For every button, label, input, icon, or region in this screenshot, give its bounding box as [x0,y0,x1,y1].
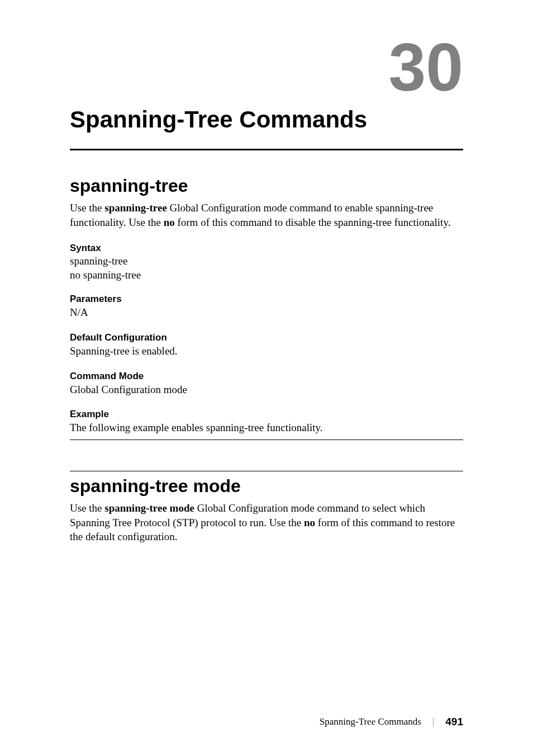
parameters-heading: Parameters [70,294,463,305]
mode-heading: Command Mode [70,371,463,382]
mode-text: Global Configuration mode [70,383,463,397]
footer-divider: | [432,716,434,727]
chapter-title: Spanning-Tree Commands [70,106,463,133]
default-config-block: Default Configuration Spanning-tree is e… [70,332,463,358]
parameters-block: Parameters N/A [70,294,463,320]
chapter-number: 30 [70,34,463,101]
syntax-line2: no spanning-tree [70,269,463,281]
example-heading: Example [70,409,463,420]
example-block: Example The following example enables sp… [70,409,463,435]
section2-intro: Use the spanning-tree mode Global Config… [70,501,463,544]
section-divider [70,440,463,440]
title-divider [70,149,463,150]
footer-section-name: Spanning-Tree Commands [320,716,421,727]
syntax-block: Syntax spanning-tree no spanning-tree [70,243,463,281]
intro-bold2: no [304,517,315,528]
intro-bold1: spanning-tree mode [104,502,194,514]
section-title-spanning-tree: spanning-tree [70,176,463,196]
section1-intro: Use the spanning-tree Global Configurati… [70,201,463,229]
syntax-line1: spanning-tree [70,255,463,267]
command-mode-block: Command Mode Global Configuration mode [70,371,463,397]
parameters-text: N/A [70,306,463,320]
section-title-spanning-tree-mode: spanning-tree mode [70,476,463,497]
section-divider-top [70,471,463,471]
default-heading: Default Configuration [70,332,463,343]
intro-text: Use the [70,502,104,514]
intro-text: form of this command to disable the span… [175,216,451,228]
intro-bold1: spanning-tree [104,202,167,214]
page-footer: Spanning-Tree Commands | 491 [320,716,463,728]
intro-bold2: no [164,216,175,228]
default-text: Spanning-tree is enabled. [70,344,463,358]
footer-page-number: 491 [445,716,463,728]
intro-text: Use the [70,202,104,214]
example-text: The following example enables spanning-t… [70,421,463,435]
syntax-heading: Syntax [70,243,463,254]
